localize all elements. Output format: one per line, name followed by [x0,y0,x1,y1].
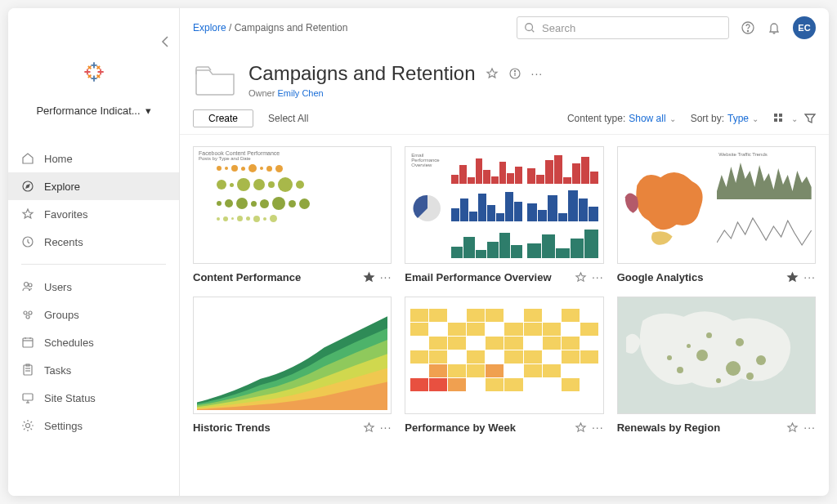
topbar: Explore / Campaigns and Retention EC [180,8,829,47]
notifications-icon[interactable] [767,20,781,35]
nav-item-label: Settings [44,420,83,432]
svg-point-22 [26,315,29,319]
groups-icon [21,308,34,321]
content-type-label: Content type: [567,113,625,124]
card-thumbnail[interactable] [193,297,392,414]
content-card: Renewals by Region ··· [617,297,816,434]
search-box[interactable] [517,16,729,39]
svg-rect-42 [774,114,777,117]
card-more-button[interactable]: ··· [592,421,604,434]
content-card: Website Traffic Trends [617,146,816,283]
card-title[interactable]: Performance by Week [405,421,570,434]
content-card: Facebook Content Performance Posts by Ty… [193,146,392,283]
page-title: Campaigns and Retention [248,62,476,85]
create-button[interactable]: Create [193,109,253,127]
user-initials: EC [798,23,810,33]
svg-point-19 [29,283,32,287]
card-title[interactable]: Google Analytics [617,271,782,283]
search-input[interactable] [542,22,722,34]
help-icon[interactable] [741,20,755,35]
content-card: Historic Trends ··· [193,297,392,434]
card-title[interactable]: Email Performance Overview [405,271,570,283]
info-button[interactable] [508,67,521,80]
card-more-button[interactable]: ··· [803,270,816,283]
owner-label: Owner [248,88,275,98]
site-status-icon [21,391,34,404]
svg-rect-31 [23,394,33,400]
card-thumbnail[interactable] [405,297,603,414]
nav-item-explore[interactable]: Explore [8,172,179,200]
nav-item-label: Recents [44,236,83,248]
svg-point-20 [24,311,27,314]
folder-icon [193,62,237,98]
svg-line-36 [532,30,535,33]
grid-view-button[interactable] [773,113,785,124]
explore-icon [21,180,34,193]
card-more-button[interactable]: ··· [380,421,392,434]
svg-rect-23 [23,338,33,347]
content-type-filter[interactable]: Content type: Show all ⌄ [567,113,676,124]
svg-point-34 [26,424,30,428]
card-thumbnail[interactable] [617,297,816,414]
card-thumbnail[interactable]: Facebook Content Performance Posts by Ty… [193,146,392,264]
svg-rect-27 [24,365,32,375]
sidebar: Performance Indicat... ▾ Home Explore [8,8,180,496]
users-icon [21,280,34,293]
nav-item-home[interactable]: Home [8,145,179,172]
favorite-button[interactable] [786,271,799,283]
favorite-button[interactable] [363,271,375,283]
card-thumbnail[interactable]: Website Traffic Trends [617,146,816,264]
card-title[interactable]: Content Performance [193,271,358,283]
user-avatar[interactable]: EC [793,16,816,39]
nav-item-label: Tasks [44,364,71,377]
content-type-value: Show all [629,113,665,124]
site-switcher[interactable]: Performance Indicat... ▾ [8,105,179,117]
filter-button[interactable] [804,113,816,124]
nav-item-groups[interactable]: Groups [8,301,179,328]
card-more-button[interactable]: ··· [380,270,392,283]
card-more-button[interactable]: ··· [592,270,604,283]
favorite-page-button[interactable] [486,67,499,80]
nav-item-site-status[interactable]: Site Status [8,384,179,412]
card-title[interactable]: Renewals by Region [617,421,782,434]
sort-by-filter[interactable]: Sort by: Type ⌄ [691,113,759,124]
favorite-button[interactable] [786,421,799,434]
favorite-button[interactable] [575,421,587,434]
card-title[interactable]: Historic Trends [193,421,358,434]
card-more-button[interactable]: ··· [803,421,816,434]
clipboard-icon [21,364,34,377]
collapse-sidebar-button[interactable] [161,36,169,47]
gear-icon [21,419,34,432]
chevron-down-icon: ⌄ [752,114,759,123]
toolbar: Create Select All Content type: Show all… [180,98,829,135]
nav-item-schedules[interactable]: Schedules [8,328,179,356]
chevron-down-icon: ⌄ [669,114,676,123]
svg-rect-44 [774,118,777,122]
favorite-button[interactable] [363,421,375,434]
content-grid: Facebook Content Performance Posts by Ty… [193,146,816,434]
favorite-button[interactable] [575,271,587,283]
nav-primary: Home Explore Favorites Recents [8,145,179,256]
search-icon [524,22,535,33]
svg-rect-43 [779,114,782,117]
nav-item-label: Home [44,153,73,165]
owner-name-link[interactable]: Emily Chen [277,88,323,98]
breadcrumb-root-link[interactable]: Explore [193,22,226,33]
page-header: Campaigns and Retention ··· Owner Emily … [180,47,829,98]
caret-down-icon: ▾ [145,105,151,117]
nav-item-recents[interactable]: Recents [8,228,179,256]
nav-item-settings[interactable]: Settings [8,412,179,439]
more-actions-button[interactable]: ··· [531,67,544,80]
main-content: Explore / Campaigns and Retention EC [180,8,829,496]
nav-item-favorites[interactable]: Favorites [8,200,179,228]
clock-icon [21,235,34,248]
select-all-button[interactable]: Select All [268,113,308,124]
nav-item-label: Groups [44,309,79,321]
svg-point-18 [25,283,29,287]
nav-item-users[interactable]: Users [8,273,179,301]
sort-by-label: Sort by: [691,113,724,124]
card-thumbnail[interactable]: Email Performance Overview [405,146,603,264]
divider [21,264,166,265]
nav-item-tasks[interactable]: Tasks [8,356,179,384]
content-card: Performance by Week ··· [405,297,603,434]
